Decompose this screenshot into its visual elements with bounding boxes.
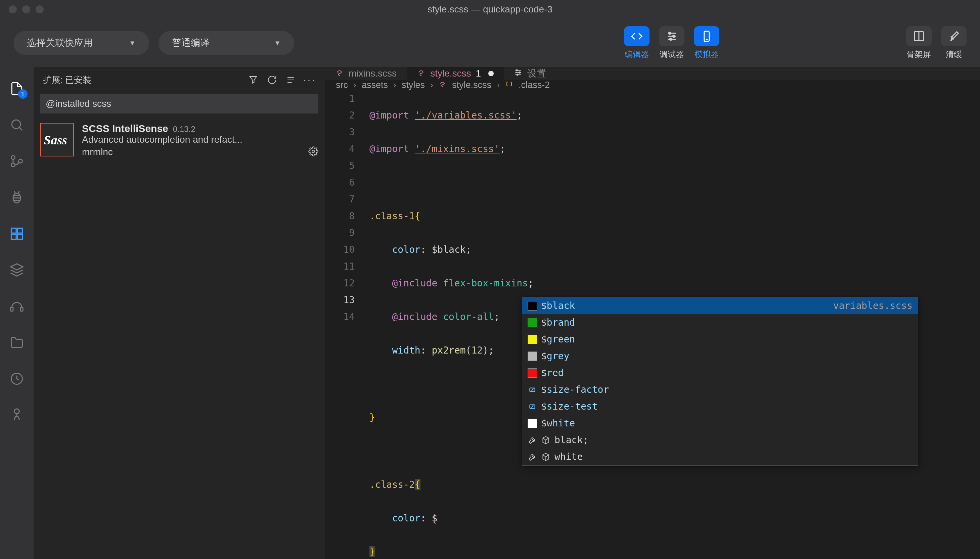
activity-debug[interactable] <box>9 189 25 205</box>
select-app-dropdown[interactable]: 选择关联快应用 ▼ <box>13 31 149 55</box>
toolbar: 选择关联快应用 ▼ 普通编译 ▼ 编辑器 调试器 模拟器 <box>0 19 980 67</box>
toolbar-simulator-button[interactable]: 模拟器 <box>694 26 719 60</box>
gear-icon[interactable] <box>308 146 318 157</box>
settings-icon <box>514 68 523 79</box>
caret-down-icon: ▼ <box>129 39 136 47</box>
code-editor[interactable]: 123 456 789 101112 1314 @import './varia… <box>325 90 980 559</box>
window-max-dot[interactable] <box>36 5 44 13</box>
activity-folder[interactable] <box>9 334 25 351</box>
svg-point-9 <box>12 156 15 159</box>
refresh-icon[interactable] <box>266 74 278 86</box>
tab-settings[interactable]: 设置 <box>504 67 556 80</box>
extension-publisher: mrmlnc <box>82 147 113 157</box>
svg-rect-15 <box>12 234 17 240</box>
scss-icon <box>335 68 344 79</box>
svg-rect-13 <box>12 228 17 233</box>
cube-icon <box>541 435 550 445</box>
phone-icon <box>694 26 719 46</box>
autocomplete-item[interactable]: $size-test <box>522 398 918 415</box>
activity-scm[interactable] <box>9 153 25 169</box>
color-swatch-icon <box>528 368 537 378</box>
extension-description: Advanced autocompletion and refact... <box>82 134 318 145</box>
svg-point-2 <box>670 38 672 40</box>
svg-point-20 <box>15 409 20 414</box>
caret-down-icon: ▼ <box>274 39 281 47</box>
extension-item[interactable]: Sass SCSS IntelliSense 0.13.2 Advanced a… <box>33 117 325 163</box>
autocomplete-item[interactable]: $black variables.scss <box>522 298 918 314</box>
more-icon[interactable]: ··· <box>304 74 316 86</box>
svg-point-25 <box>312 150 315 153</box>
svg-point-31 <box>517 74 518 75</box>
tab-label: style.scss <box>430 68 471 79</box>
autocomplete-item[interactable]: $white <box>522 415 918 432</box>
extensions-search-input[interactable]: @installed scss <box>40 94 318 114</box>
editor-area: mixins.scss style.scss 1 设置 <box>325 67 980 559</box>
toolbar-skeleton-label: 骨架屏 <box>907 49 931 60</box>
breadcrumb[interactable]: src› assets› styles› style.scss› .class-… <box>325 80 980 90</box>
titlebar: style.scss — quickapp-code-3 <box>0 0 980 19</box>
variable-icon <box>528 402 537 411</box>
breadcrumb-segment[interactable]: src <box>336 80 348 90</box>
tab-mixins[interactable]: mixins.scss <box>325 67 407 80</box>
activity-layers[interactable] <box>9 262 25 278</box>
wrench-icon <box>528 435 537 445</box>
svg-point-29 <box>516 69 518 71</box>
svg-rect-16 <box>17 234 23 240</box>
autocomplete-item[interactable]: black; <box>522 432 918 448</box>
filter-icon[interactable] <box>247 74 259 86</box>
toolbar-debugger-label: 调试器 <box>660 49 684 60</box>
tab-problems-badge: 1 <box>475 68 481 79</box>
svg-point-7 <box>12 120 20 129</box>
breadcrumb-segment[interactable]: styles <box>402 80 425 90</box>
activity-explorer[interactable]: 1 <box>9 81 25 97</box>
activity-extensions[interactable] <box>9 226 25 242</box>
autocomplete-item[interactable]: white <box>522 448 918 465</box>
activity-timeline[interactable] <box>9 370 25 387</box>
variable-icon <box>528 385 537 395</box>
extensions-title: 扩展: 已安装 <box>43 74 240 86</box>
select-app-label: 选择关联快应用 <box>27 36 93 50</box>
autocomplete-item[interactable]: $grey <box>522 348 918 365</box>
line-gutter: 123 456 789 101112 1314 <box>325 90 363 325</box>
autocomplete-item[interactable]: $brand <box>522 314 918 331</box>
activity-search[interactable] <box>9 117 25 133</box>
toolbar-editor-button[interactable]: 编辑器 <box>624 26 649 60</box>
extensions-search-value: @installed scss <box>46 98 111 109</box>
code-icon <box>624 26 649 46</box>
svg-rect-14 <box>17 228 23 233</box>
toolbar-simulator-label: 模拟器 <box>695 49 719 60</box>
activity-support[interactable] <box>9 298 25 314</box>
dirty-indicator-icon <box>488 71 494 76</box>
compile-mode-dropdown[interactable]: 普通编译 ▼ <box>159 31 294 55</box>
breadcrumb-segment[interactable]: assets <box>362 80 388 90</box>
list-icon[interactable] <box>285 74 297 86</box>
activity-tree[interactable] <box>9 407 25 423</box>
explorer-badge: 1 <box>18 89 28 99</box>
window-close-dot[interactable] <box>9 5 17 13</box>
svg-text:Sass: Sass <box>44 133 67 147</box>
breadcrumb-segment[interactable]: .class-2 <box>518 80 550 90</box>
window-min-dot[interactable] <box>22 5 30 13</box>
scss-icon <box>439 80 447 90</box>
tab-style[interactable]: style.scss 1 <box>407 67 504 80</box>
extension-name: SCSS IntelliSense <box>82 123 168 134</box>
svg-point-1 <box>673 35 675 37</box>
color-swatch-icon <box>528 352 537 361</box>
breadcrumb-segment[interactable]: style.scss <box>452 80 491 90</box>
autocomplete-item[interactable]: $size-factor <box>522 381 918 398</box>
extension-version: 0.13.2 <box>173 124 195 134</box>
activity-bar: 1 <box>0 67 33 559</box>
cube-icon <box>541 452 550 461</box>
svg-point-0 <box>669 32 671 34</box>
toolbar-skeleton-button[interactable]: 骨架屏 <box>906 26 932 60</box>
autocomplete-item[interactable]: $green <box>522 331 918 348</box>
wrench-icon <box>528 452 537 461</box>
extensions-panel: 扩展: 已安装 ··· @installed scss Sass <box>33 67 325 559</box>
color-swatch-icon <box>528 318 537 327</box>
toolbar-debugger-button[interactable]: 调试器 <box>659 26 684 60</box>
tab-label: 设置 <box>527 67 546 80</box>
layout-icon <box>906 26 932 46</box>
toolbar-clear-cache-button[interactable]: 清缓 <box>941 26 967 60</box>
autocomplete-item[interactable]: $red <box>522 365 918 381</box>
extension-thumb: Sass <box>40 123 74 157</box>
